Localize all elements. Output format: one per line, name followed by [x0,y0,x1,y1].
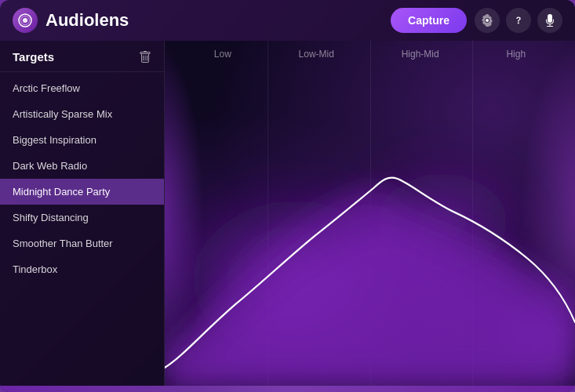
sidebar-header: Targets [0,41,164,72]
app-title: Audiolens [45,10,383,31]
targets-list: Arctic FreeflowArtistically Sparse MixBi… [0,72,164,285]
bottom-decoration [0,386,575,392]
help-button[interactable] [506,8,531,33]
sidebar: Targets Arctic FreeflowArtistically Spar… [0,41,165,386]
header: Audiolens Capture [0,0,575,41]
sidebar-item-midnight-dance-party[interactable]: Midnight Dance Party [0,179,164,205]
sidebar-item-artistically-sparse[interactable]: Artistically Sparse Mix [0,101,164,127]
sidebar-item-shifty-distancing[interactable]: Shifty Distancing [0,205,164,230]
app-logo [13,8,38,33]
sidebar-item-tinderbox[interactable]: Tinderbox [0,256,164,282]
sidebar-item-smoother-than-butter[interactable]: Smoother Than Butter [0,230,164,256]
svg-point-1 [23,18,27,23]
sidebar-item-dark-web-radio[interactable]: Dark Web Radio [0,153,164,179]
main-content: Targets Arctic FreeflowArtistically Spar… [0,41,575,386]
settings-button[interactable] [475,8,500,33]
mic-button[interactable] [537,8,562,33]
sidebar-item-arctic-freeflow[interactable]: Arctic Freeflow [0,75,164,101]
capture-button[interactable]: Capture [391,8,467,33]
chart-area: LowLow-MidHigh-MidHigh [165,41,575,386]
app-window: Audiolens Capture [0,0,575,392]
sidebar-item-biggest-inspiration[interactable]: Biggest Inspiration [0,127,164,153]
delete-target-button[interactable] [139,51,151,64]
header-icons [475,8,562,33]
frequency-chart [165,41,575,386]
sidebar-title: Targets [13,50,54,64]
